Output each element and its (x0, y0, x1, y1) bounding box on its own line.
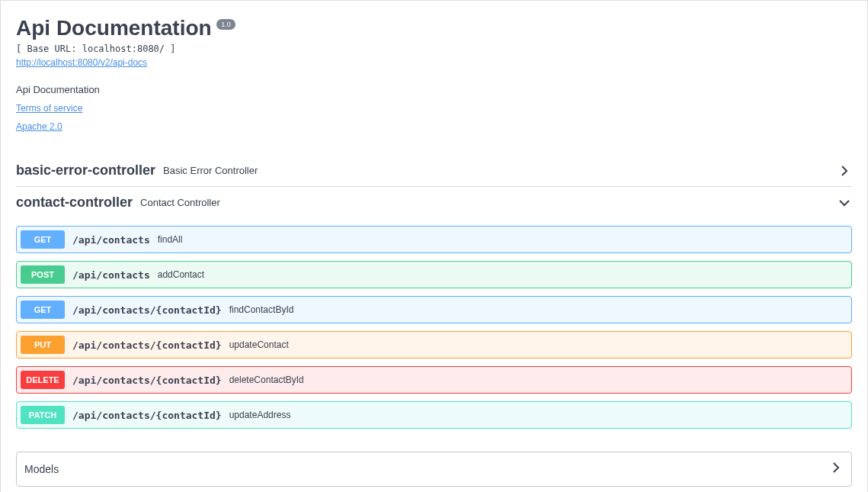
chevron-right-icon (828, 460, 844, 478)
chevron-down-icon (837, 195, 852, 211)
tag-name: contact-controller (16, 195, 133, 211)
operation-summary: findContactById (229, 304, 294, 315)
operation-summary: deleteContactById (229, 375, 304, 385)
chevron-right-icon (837, 163, 852, 178)
operation-path: /api/contacts/{contactId} (72, 410, 222, 421)
method-badge: PUT (21, 336, 65, 354)
operation-summary: updateAddress (229, 410, 291, 420)
operation-path: /api/contacts/{contactId} (72, 375, 222, 386)
base-url: [ Base URL: localhost:8080/ ] (16, 43, 852, 54)
operation-row[interactable]: GET/api/contacts/{contactId}findContactB… (16, 296, 852, 323)
models-title: Models (24, 463, 59, 475)
method-badge: PATCH (21, 406, 65, 424)
license-link[interactable]: Apache 2.0 (16, 121, 62, 132)
tag-basic-error-controller[interactable]: basic-error-controller Basic Error Contr… (16, 155, 852, 187)
version-badge: 1.0 (216, 19, 235, 30)
operation-path: /api/contacts (72, 234, 150, 246)
api-description: Api Documentation (16, 84, 852, 95)
tag-name: basic-error-controller (16, 162, 155, 178)
operations-list: GET/api/contactsfindAllPOST/api/contacts… (16, 226, 852, 429)
operation-row[interactable]: GET/api/contactsfindAll (16, 226, 852, 253)
operation-summary: findAll (158, 234, 183, 245)
swagger-ui: Api Documentation 1.0 [ Base URL: localh… (0, 0, 868, 492)
operation-path: /api/contacts (72, 269, 150, 281)
operation-row[interactable]: POST/api/contactsaddContact (16, 261, 852, 288)
operation-row[interactable]: DELETE/api/contacts/{contactId}deleteCon… (16, 366, 852, 394)
api-docs-link[interactable]: http://localhost:8080/v2/api-docs (16, 57, 147, 68)
method-badge: GET (21, 301, 65, 319)
tag-desc: Basic Error Controller (163, 165, 258, 176)
method-badge: DELETE (21, 371, 65, 389)
method-badge: GET (21, 230, 65, 249)
tags-section: basic-error-controller Basic Error Contr… (16, 155, 852, 429)
tag-desc: Contact Controller (140, 197, 220, 208)
info-section: Api Documentation 1.0 [ Base URL: localh… (16, 16, 852, 132)
operation-row[interactable]: PATCH/api/contacts/{contactId}updateAddr… (16, 401, 852, 429)
models-section[interactable]: Models (16, 452, 852, 487)
terms-of-service-link[interactable]: Terms of service (16, 103, 82, 114)
operation-path: /api/contacts/{contactId} (72, 304, 222, 316)
operation-path: /api/contacts/{contactId} (72, 339, 222, 351)
page-title: Api Documentation (16, 16, 212, 40)
operation-row[interactable]: PUT/api/contacts/{contactId}updateContac… (16, 331, 852, 359)
operation-summary: updateContact (229, 339, 289, 350)
tag-contact-controller[interactable]: contact-controller Contact Controller (16, 187, 852, 218)
operation-summary: addContact (158, 269, 204, 280)
method-badge: POST (21, 265, 65, 284)
